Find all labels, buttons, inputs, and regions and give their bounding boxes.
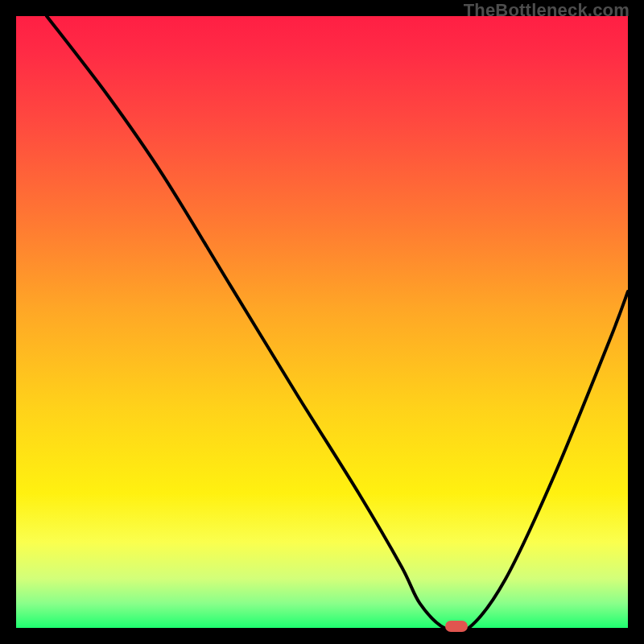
- curve-svg: [16, 16, 628, 628]
- optimal-point-marker: [445, 621, 468, 632]
- plot-area: [16, 16, 628, 628]
- chart-container: TheBottleneck.com: [0, 0, 644, 644]
- bottleneck-curve: [47, 16, 628, 633]
